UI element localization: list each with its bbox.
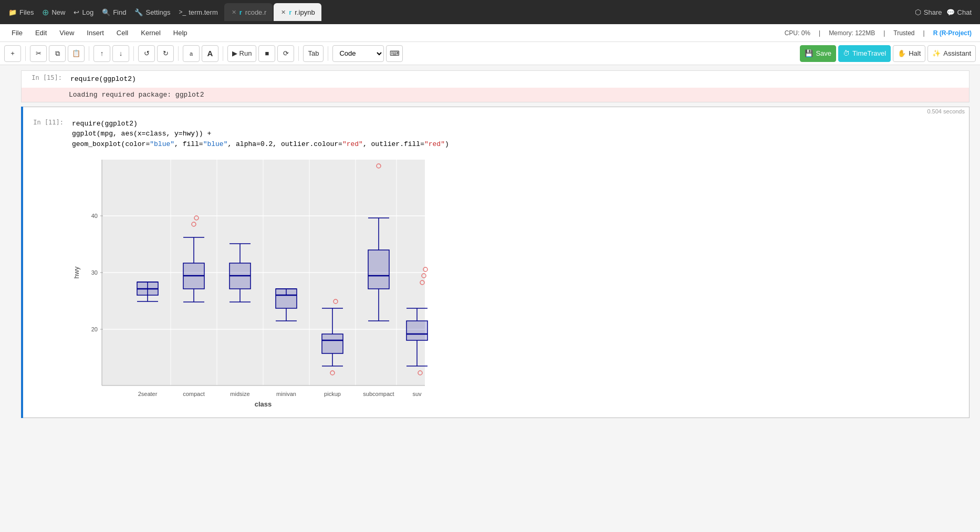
chat-icon: 💬 [946, 8, 955, 16]
assistant-label: Assistant [943, 49, 971, 57]
cell-15-label: In [15]: [22, 71, 66, 85]
close-x-rcode[interactable]: ✕ [232, 9, 236, 16]
run-button[interactable]: ▶ Run [227, 45, 256, 62]
tabs-area: ✕ r rcode.r ✕ r r.ipynb [224, 3, 909, 21]
r-icon-rcode: r [239, 8, 242, 16]
menu-view[interactable]: View [54, 27, 79, 39]
log-nav-item[interactable]: ↩ Log [74, 8, 93, 16]
menu-edit[interactable]: Edit [30, 27, 52, 39]
svg-text:suv: suv [412, 391, 422, 397]
close-x-ripynb[interactable]: ✕ [281, 9, 286, 16]
files-label: Files [19, 8, 34, 16]
font-small-button[interactable]: a [183, 45, 200, 62]
tab-bar: 📁 Files ⊕ New ↩ Log 🔍 Find 🔧 Settings >_… [0, 0, 980, 24]
tab-ripynb[interactable]: ✕ r r.ipynb [274, 3, 321, 21]
share-label: Share [924, 8, 942, 16]
undo-button[interactable]: ↺ [138, 45, 155, 62]
restart-button[interactable]: ⟳ [277, 45, 294, 62]
rproject-badge: R (R-Project) [931, 29, 974, 37]
tab-ripynb-label: r.ipynb [295, 8, 315, 16]
share-nav-item[interactable]: ⬡ Share [915, 8, 942, 16]
svg-rect-70 [406, 321, 428, 340]
log-label: Log [82, 8, 93, 16]
redo-button[interactable]: ↻ [157, 45, 174, 62]
toolbar-sep-7 [328, 46, 328, 61]
cell-11-timing: 0.504 seconds [23, 107, 969, 116]
svg-text:class: class [255, 400, 272, 408]
cell-11-label: In [11]: [23, 116, 68, 129]
menu-bar-status: CPU: 0% | Memory: 122MB | Trusted | R (R… [783, 29, 974, 37]
add-cell-button[interactable]: + [4, 45, 21, 62]
menu-kernel[interactable]: Kernel [135, 27, 166, 39]
toolbar-sep-3 [133, 46, 134, 61]
tab-bar-right: ⬡ Share 💬 Chat [911, 8, 976, 16]
save-button[interactable]: 💾 Save [800, 45, 836, 62]
new-icon: ⊕ [42, 7, 49, 17]
halt-label: Halt [909, 49, 921, 57]
menu-cell[interactable]: Cell [111, 27, 133, 39]
files-nav-item[interactable]: 📁 Files [8, 8, 34, 16]
svg-text:30: 30 [91, 269, 98, 276]
toolbar-sep-2 [89, 46, 89, 61]
paste-button[interactable]: 📋 [68, 45, 85, 62]
move-down-button[interactable]: ↓ [112, 45, 129, 62]
trusted-badge: Trusted [891, 29, 916, 37]
find-nav-item[interactable]: 🔍 Find [102, 8, 126, 16]
svg-text:pickup: pickup [324, 391, 341, 397]
cpu-status: CPU: 0% [783, 29, 812, 37]
new-label: New [51, 8, 65, 16]
keyboard-button[interactable]: ⌨ [386, 45, 403, 62]
copy-button[interactable]: ⧉ [49, 45, 66, 62]
term-nav-item[interactable]: >_ term.term [179, 8, 217, 16]
toolbar-right: 💾 Save ⏱ TimeTravel ✋ Halt ✨ Assistant [800, 45, 976, 62]
cut-button[interactable]: ✂ [30, 45, 47, 62]
term-icon: >_ [179, 8, 186, 16]
svg-text:minivan: minivan [276, 391, 296, 397]
move-up-button[interactable]: ↑ [93, 45, 110, 62]
timetravel-label: TimeTravel [852, 49, 886, 57]
memory-status: Memory: 122MB [827, 29, 877, 37]
svg-rect-55 [322, 334, 343, 353]
menu-insert[interactable]: Insert [81, 27, 109, 39]
svg-rect-63 [368, 250, 389, 289]
toolbar-sep-1 [25, 46, 26, 61]
tab-button[interactable]: Tab [303, 45, 324, 62]
svg-text:2seater: 2seater [138, 391, 158, 397]
cell-15-code[interactable]: require(ggplot2) [66, 71, 969, 88]
svg-text:subcompact: subcompact [363, 391, 394, 397]
menu-bar: File Edit View Insert Cell Kernel Help C… [0, 24, 980, 42]
toolbar: + ✂ ⧉ 📋 ↑ ↓ ↺ ↻ a A ▶ Run ■ ⟳ Tab Code M… [0, 42, 980, 65]
new-nav-item[interactable]: ⊕ New [42, 7, 65, 17]
toolbar-sep-6 [298, 46, 299, 61]
chart-container: hwy 20 30 40 2seater compact midsize min… [70, 154, 965, 413]
menu-help[interactable]: Help [168, 27, 193, 39]
svg-text:midsize: midsize [230, 391, 249, 397]
stop-button[interactable]: ■ [258, 45, 275, 62]
chat-nav-item[interactable]: 💬 Chat [946, 8, 972, 16]
svg-text:hwy: hwy [72, 266, 80, 279]
r-icon-ripynb: r [289, 8, 291, 16]
files-icon: 📁 [8, 8, 17, 16]
term-label: term.term [189, 8, 218, 16]
find-icon: 🔍 [102, 8, 110, 16]
timetravel-button[interactable]: ⏱ TimeTravel [838, 45, 891, 62]
settings-nav-item[interactable]: 🔧 Settings [134, 8, 170, 16]
tab-rcode[interactable]: ✕ r rcode.r [224, 3, 273, 21]
svg-text:compact: compact [183, 391, 205, 397]
boxplot-chart: hwy 20 30 40 2seater compact midsize min… [70, 154, 433, 412]
toolbar-sep-4 [178, 46, 179, 61]
settings-icon: 🔧 [134, 8, 143, 16]
cell-11-code[interactable]: require(ggplot2) ggplot(mpg, aes(x=class… [68, 116, 969, 153]
share-icon: ⬡ [915, 8, 921, 16]
cell-type-select[interactable]: Code Markdown Raw [332, 45, 384, 62]
settings-label: Settings [145, 8, 170, 16]
font-large-button[interactable]: A [202, 45, 218, 62]
toolbar-sep-5 [223, 46, 223, 61]
halt-button[interactable]: ✋ Halt [893, 45, 925, 62]
menu-file[interactable]: File [6, 27, 28, 39]
save-label: Save [816, 49, 831, 57]
svg-text:40: 40 [91, 213, 98, 219]
svg-text:20: 20 [91, 326, 98, 332]
assistant-button[interactable]: ✨ Assistant [927, 45, 976, 62]
tab-rcode-label: rcode.r [245, 8, 266, 16]
